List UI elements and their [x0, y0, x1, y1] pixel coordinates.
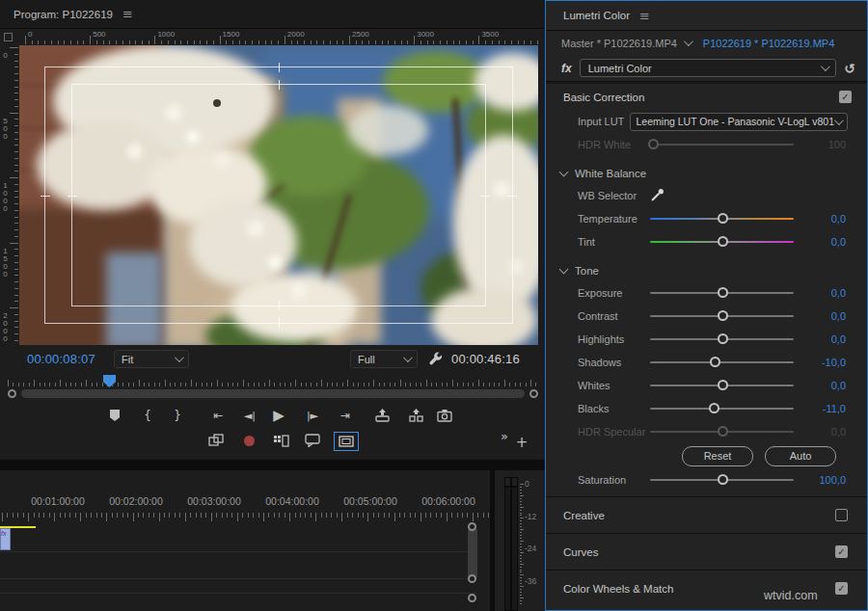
creative-checkbox[interactable]	[835, 509, 848, 521]
timeline-ruler-tick	[315, 513, 316, 521]
ruler-tick	[70, 40, 71, 44]
panel-menu-icon[interactable]: ≡	[122, 7, 133, 21]
program-monitor-video[interactable]	[19, 45, 538, 345]
reset-effect-icon[interactable]: ↺	[844, 61, 855, 76]
slider-value[interactable]: 0,0	[803, 287, 846, 299]
section-basic-correction[interactable]: Basic Correction ✓	[546, 84, 867, 110]
lumetri-panel-tab[interactable]: Lumetri Color ≡	[546, 1, 867, 31]
slider-track-area[interactable]	[650, 351, 794, 374]
record-voiceover-button[interactable]	[236, 430, 261, 451]
scrollbar-track[interactable]	[21, 389, 525, 398]
slider-value[interactable]: 0,0	[803, 236, 846, 248]
comparison-view-button[interactable]	[203, 430, 229, 451]
scrollbar-knob[interactable]	[468, 594, 476, 602]
slider-value[interactable]: 0,0	[803, 426, 846, 438]
slider-track-area[interactable]	[650, 397, 794, 420]
button-editor-add[interactable]: +	[509, 432, 534, 453]
go-to-in-button[interactable]: ⇤	[205, 405, 231, 426]
slider-handle[interactable]	[718, 287, 728, 298]
export-frame-button[interactable]	[432, 405, 457, 426]
slider-handle[interactable]	[648, 139, 659, 149]
multicam-view-button[interactable]	[268, 430, 293, 451]
section-color-wheels-match[interactable]: Color Wheels & Match ✓	[546, 570, 867, 606]
color-wheels-checkbox[interactable]: ✓	[835, 582, 848, 595]
zoom-level-select[interactable]: Fit	[114, 350, 189, 368]
effect-select[interactable]: Lumetri Color	[580, 59, 837, 77]
basic-correction-checkbox[interactable]: ✓	[839, 91, 852, 103]
timeline-clip[interactable]: fx	[0, 528, 11, 550]
go-to-out-button[interactable]: ⇥	[333, 405, 358, 426]
slider-track-area[interactable]	[650, 420, 794, 443]
master-clip-link[interactable]: Master * P1022619.MP4	[561, 38, 677, 49]
slider-track-area[interactable]	[650, 305, 794, 328]
captions-button[interactable]	[300, 430, 325, 451]
ruler-tick	[175, 383, 176, 386]
scrollbar-right-knob[interactable]	[529, 389, 538, 398]
lift-button[interactable]	[369, 405, 394, 426]
tone-header[interactable]: Tone	[546, 259, 867, 281]
slider-track-area[interactable]	[650, 207, 794, 230]
settings-wrench-icon[interactable]	[428, 351, 444, 370]
slider-value[interactable]: 0,0	[803, 333, 846, 345]
slider-handle[interactable]	[709, 403, 719, 413]
slider-handle[interactable]	[718, 236, 728, 247]
panel-menu-icon[interactable]: ≡	[639, 9, 650, 23]
slider-track-area[interactable]	[650, 281, 794, 305]
ruler-tick	[14, 262, 18, 263]
chevron-down-icon[interactable]	[684, 37, 693, 46]
monitor-time-ruler[interactable]	[8, 374, 538, 386]
mark-in-button[interactable]: {	[135, 405, 160, 426]
scrollbar-left-knob[interactable]	[8, 389, 16, 398]
reset-button[interactable]: Reset	[682, 446, 753, 466]
scrollbar-knob[interactable]	[468, 574, 476, 583]
current-timecode[interactable]: 00:00:08:07	[27, 352, 95, 366]
extract-button[interactable]	[403, 405, 428, 426]
slider-track-area[interactable]	[650, 133, 794, 156]
step-back-button[interactable]: ◄|	[237, 405, 262, 426]
ruler-label: 2000	[287, 30, 305, 39]
playback-resolution-select[interactable]: Full	[350, 350, 418, 368]
slider-track-area[interactable]	[650, 328, 794, 351]
slider-handle[interactable]	[718, 333, 728, 344]
timeline-ruler-label: 00:03:00:00	[187, 495, 240, 507]
slider-value[interactable]: 100	[803, 139, 846, 150]
scrollbar-knob[interactable]	[468, 522, 476, 531]
slider-value[interactable]: 0,0	[803, 213, 846, 225]
slider-value[interactable]: -11,0	[803, 403, 846, 414]
sequence-clip-link[interactable]: P1022619 * P1022619.MP4	[703, 38, 834, 49]
slider-handle[interactable]	[710, 357, 720, 367]
ruler-tick	[504, 380, 505, 386]
play-button[interactable]: ▶	[266, 405, 291, 426]
slider-handle[interactable]	[718, 310, 728, 321]
meter-scale-label: -12	[525, 512, 536, 521]
timeline-panel[interactable]: fx 00:01:00:0000:02:00:0000:03:00:0000:0…	[0, 470, 490, 611]
slider-value[interactable]: 0,0	[803, 310, 846, 322]
slider-track-area[interactable]	[650, 374, 794, 397]
slider-handle[interactable]	[718, 474, 728, 485]
timeline-ruler-tick	[190, 513, 191, 518]
timeline-ruler-tick	[378, 513, 379, 518]
program-panel-tab[interactable]: Program: P1022619 ≡	[0, 0, 545, 29]
slider-track-area[interactable]	[650, 468, 794, 491]
auto-button[interactable]: Auto	[765, 446, 836, 466]
step-forward-button[interactable]: |►	[300, 405, 325, 426]
add-marker-button[interactable]	[102, 405, 127, 426]
section-creative[interactable]: Creative	[546, 496, 867, 533]
scrollbar-track[interactable]	[468, 526, 477, 580]
mark-out-button[interactable]: }	[165, 405, 190, 426]
safe-margins-button[interactable]	[334, 432, 359, 451]
slider-value[interactable]: 100,0	[803, 474, 846, 486]
slider-value[interactable]: 0,0	[803, 380, 846, 391]
slider-value[interactable]: -10,0	[803, 357, 846, 368]
eyedropper-icon[interactable]	[650, 188, 665, 204]
section-curves[interactable]: Curves ✓	[546, 533, 867, 570]
white-balance-header[interactable]: White Balance	[546, 162, 867, 184]
slider-handle[interactable]	[718, 380, 728, 390]
slider-handle[interactable]	[718, 426, 728, 437]
monitor-zoom-scrollbar[interactable]	[8, 387, 538, 400]
timeline-vertical-scrollbar[interactable]	[466, 518, 479, 611]
curves-checkbox[interactable]: ✓	[835, 545, 848, 558]
input-lut-select[interactable]: Leeming LUT One - Panasonic V-LogL v801	[630, 113, 848, 131]
slider-track-area[interactable]	[650, 230, 794, 253]
slider-handle[interactable]	[718, 213, 728, 224]
